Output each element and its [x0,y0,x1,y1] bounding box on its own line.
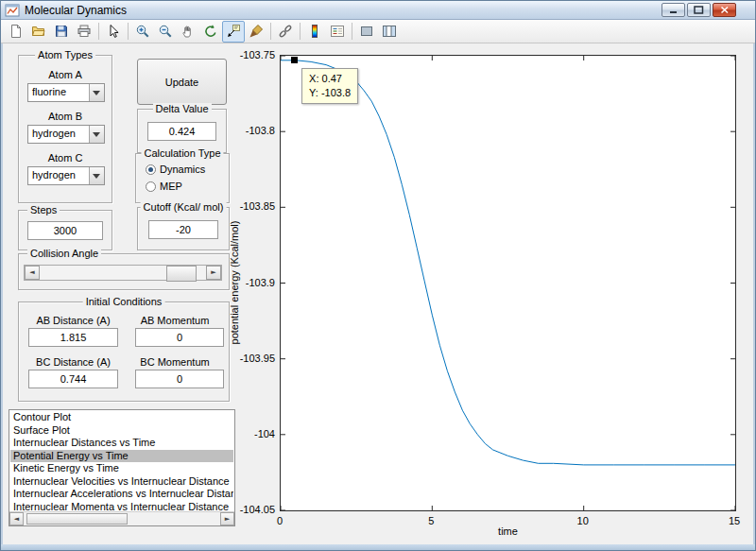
zoom-in-button[interactable] [131,21,154,43]
hide-plot-tools-button[interactable] [355,21,378,43]
titlebar[interactable]: Molecular Dynamics [1,1,755,20]
data-cursor-button[interactable] [222,21,245,43]
dynamics-radio[interactable]: Dynamics [146,164,205,175]
atom-b-value: hydrogen [32,128,76,139]
cutoff-input[interactable]: -20 [148,220,218,239]
list-item-selected[interactable]: Potential Energy vs Time [10,450,233,463]
initial-conditions-panel-title: Initial Conditions [83,296,165,307]
atom-a-value: fluorine [32,86,66,97]
atom-types-panel-title: Atom Types [35,49,95,60]
show-plot-tools-button[interactable] [378,21,401,43]
radio-selected-icon [146,164,156,175]
list-item[interactable]: Internuclear Velocities vs Internuclear … [10,475,233,489]
edit-plot-button[interactable] [102,21,125,43]
atom-b-select[interactable]: hydrogen [27,125,105,144]
list-item[interactable]: Internuclear Distances vs Time [10,437,233,450]
plot-type-listbox[interactable]: Contour PlotSurface PlotInternuclear Dis… [9,409,235,526]
y-tick-label: -103.8 [220,125,275,136]
ab-distance-input[interactable]: 1.815 [28,328,118,347]
listbox-items: Contour PlotSurface PlotInternuclear Dis… [10,411,233,511]
y-tick-label: -103.9 [220,277,275,288]
atom-b-label: Atom B [19,111,112,122]
atom-a-label: Atom A [19,69,112,80]
print-figure-button[interactable] [73,21,95,43]
matlab-figure-window: Molecular Dynamics Atom Typ [0,0,756,551]
atom-c-value: hydrogen [32,169,76,181]
toolbar-separator [98,23,99,40]
y-tick-label: -103.85 [220,200,275,212]
open-file-button[interactable] [27,21,50,43]
scrollbar-thumb[interactable] [26,513,128,525]
slider-left-arrow-icon[interactable] [25,266,40,280]
potential-energy-curve [281,60,735,465]
steps-panel: Steps 3000 [18,210,112,250]
calculation-type-panel: Calculation Type Dynamics MEP [135,153,230,203]
bc-distance-label: BC Distance (A) [24,356,123,368]
insert-legend-button[interactable] [326,21,349,43]
window-frame-right [753,43,755,550]
y-tick-label: -103.95 [220,353,275,364]
chevron-down-icon [89,167,104,184]
chevron-down-icon [89,126,104,143]
x-tick-label: 10 [564,515,602,526]
insert-colorbar-button[interactable] [303,21,326,43]
plot-axes [280,55,736,511]
window-title: Molecular Dynamics [25,4,127,17]
atom-c-select[interactable]: hydrogen [27,166,105,185]
list-item[interactable]: Contour Plot [10,411,233,424]
list-item[interactable]: Internuclear Accelerations vs Internucle… [10,488,233,501]
axis-ticks [281,56,735,510]
brush-data-button[interactable] [245,21,267,43]
x-tick-label: 5 [412,515,450,526]
steps-panel-title: Steps [27,204,60,215]
pan-button[interactable] [177,21,199,43]
bc-momentum-input[interactable]: 0 [135,370,224,388]
maximize-button[interactable] [687,3,711,17]
ab-momentum-input[interactable]: 0 [135,328,224,347]
delta-value-panel-title: Delta Value [152,103,211,114]
x-axis-label: time [489,525,527,537]
close-button[interactable] [713,3,736,17]
link-plot-button[interactable] [274,21,297,43]
chevron-down-icon [89,84,104,101]
ab-momentum-label: AB Momentum [128,315,222,326]
slider-right-arrow-icon[interactable] [206,266,221,280]
toolbar-separator [128,23,129,40]
atom-types-panel: Atom Types Atom A fluorine Atom B hydrog… [18,55,112,203]
list-item[interactable]: Internuclear Momenta vs Internuclear Dis… [10,501,233,512]
ab-distance-label: AB Distance (A) [24,315,123,326]
datatip-marker[interactable] [291,57,298,63]
steps-input[interactable]: 3000 [27,221,103,240]
datatip-x-value: X: 0.47 [309,72,351,86]
toolbar-separator [352,23,352,40]
rotate-3d-button[interactable] [199,21,222,43]
delta-value-input[interactable]: 0.424 [147,122,216,141]
initial-conditions-panel: Initial Conditions AB Distance (A) AB Mo… [18,301,230,402]
scrollbar-left-arrow-icon[interactable] [9,512,24,525]
collision-angle-panel-title: Collision Angle [27,248,101,259]
atom-a-select[interactable]: fluorine [27,83,105,102]
listbox-hscrollbar[interactable] [9,511,234,525]
list-item[interactable]: Surface Plot [10,424,233,438]
minimize-button[interactable] [662,3,685,17]
figure-toolbar [1,20,755,43]
radio-unselected-icon [146,181,156,192]
delta-value-panel: Delta Value 0.424 [137,109,227,153]
new-figure-button[interactable] [5,21,27,43]
update-button[interactable]: Update [137,59,227,105]
datatip-y-value: Y: -103.8 [309,86,351,100]
cutoff-panel: Cutoff (Kcal/ mol) -20 [137,207,230,250]
zoom-out-button[interactable] [154,21,177,43]
dynamics-radio-label: Dynamics [160,164,205,175]
toolbar-separator [300,23,301,40]
collision-angle-slider[interactable] [24,265,222,281]
list-item[interactable]: Kinetic Energy vs Time [10,462,233,475]
save-figure-button[interactable] [50,21,73,43]
window-frame-left [1,43,3,550]
bc-distance-input[interactable]: 0.744 [28,370,118,388]
mep-radio-label: MEP [160,181,182,192]
mep-radio[interactable]: MEP [146,181,182,192]
datatip: X: 0.47 Y: -103.8 [301,68,358,104]
slider-thumb[interactable] [166,266,197,282]
bc-momentum-label: BC Momentum [128,356,222,368]
